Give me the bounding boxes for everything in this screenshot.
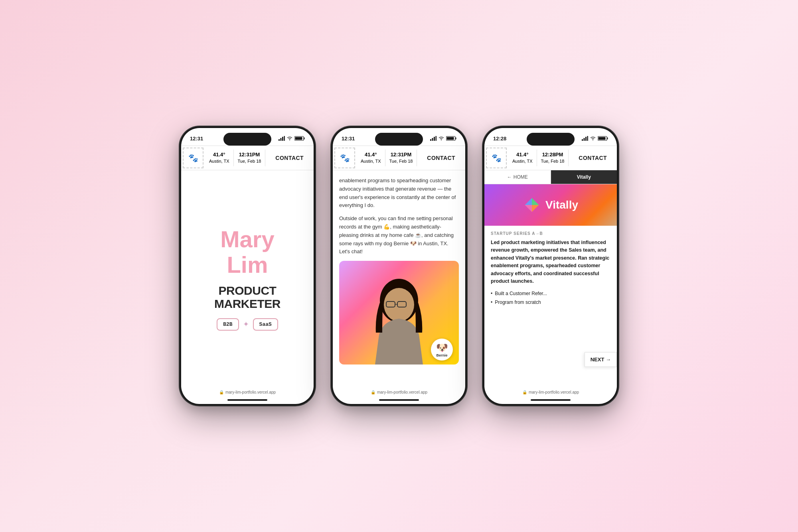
svg-rect-8: [430, 139, 431, 141]
signal-icon-3: [582, 136, 588, 141]
svg-rect-7: [295, 137, 302, 140]
bernie-label: Bernie: [436, 353, 447, 357]
next-label: NEXT →: [591, 357, 611, 363]
wifi-icon-2: [438, 136, 444, 141]
svg-rect-3: [284, 136, 285, 141]
svg-rect-0: [279, 139, 280, 141]
signal-icon-2: [430, 136, 437, 141]
svg-marker-29: [532, 198, 539, 205]
header-stamp-3: 🐾: [486, 148, 507, 168]
header-location-3: 41.4° Austin, TX: [508, 150, 537, 166]
phone2-content: enablement programs to spearheading cust…: [333, 170, 465, 387]
svg-marker-30: [525, 198, 532, 205]
tab-home[interactable]: ← HOME: [484, 170, 551, 184]
url-bar-3: 🔒 mary-lim-portfolio.vercel.app: [522, 390, 579, 394]
hero-role-line2: MARKETER: [214, 297, 280, 310]
header-city-3: Austin, TX: [512, 158, 533, 164]
vitally-logo-icon: [523, 196, 541, 214]
url-bar-1: 🔒 mary-lim-portfolio.vercel.app: [219, 390, 276, 394]
header-city-1: Austin, TX: [209, 158, 229, 164]
home-tab-label: HOME: [514, 174, 528, 180]
svg-rect-22: [584, 138, 585, 141]
next-button[interactable]: NEXT →: [585, 352, 617, 367]
work-description: Led product marketing initiatives that i…: [491, 239, 610, 285]
vitally-tab-label: Vitally: [577, 174, 591, 180]
svg-rect-24: [587, 136, 589, 141]
svg-marker-32: [532, 205, 539, 212]
hero-name-line1: Mary: [220, 226, 274, 252]
work-screen: ← HOME Vitally: [484, 170, 617, 387]
svg-rect-6: [304, 138, 305, 140]
tag-b2b: B2B: [217, 318, 239, 331]
vitally-company-name: Vitally: [545, 199, 578, 211]
status-icons-1: [279, 136, 305, 141]
phone2-bottom: 🔒 mary-lim-portfolio.vercel.app: [333, 387, 465, 399]
header-stamp-1: 🐾: [183, 148, 203, 168]
about-para1: enablement programs to spearheading cust…: [339, 177, 459, 210]
url-text-3: mary-lim-portfolio.vercel.app: [529, 390, 579, 394]
svg-rect-27: [607, 138, 608, 140]
hero-name: Mary Lim: [220, 227, 274, 278]
tag-star: ✦: [243, 320, 249, 329]
header-contact-btn-2[interactable]: CONTACT: [417, 155, 465, 161]
tab-vitally[interactable]: Vitally: [551, 170, 617, 184]
header-stamp-2: 🐾: [334, 148, 355, 168]
wifi-icon-1: [286, 136, 293, 141]
header-temp-2: 41.4°: [365, 151, 377, 158]
header-bar-1: 🐾 41.4° Austin, TX 12:31PM Tue, Feb 18 C…: [181, 146, 314, 170]
nav-tabs: ← HOME Vitally: [484, 170, 617, 184]
status-time-2: 12:31: [342, 136, 355, 142]
phone-3: 12:28: [483, 126, 618, 406]
dynamic-island-3: [527, 133, 575, 146]
lock-icon-1: 🔒: [219, 390, 224, 394]
hero-role: PRODUCT MARKETER: [214, 284, 280, 310]
hero-role-line1: PRODUCT: [214, 284, 280, 297]
about-screen: enablement programs to spearheading cust…: [333, 170, 465, 387]
url-text-1: mary-lim-portfolio.vercel.app: [225, 390, 276, 394]
dog-emoji: 🐶: [436, 342, 448, 353]
svg-point-17: [384, 288, 414, 321]
phone-2: 12:31: [331, 126, 467, 406]
header-bar-2: 🐾 41.4° Austin, TX 12:31PM Tue, Feb 18 C…: [333, 146, 465, 170]
home-indicator-3: [531, 399, 571, 401]
bernie-sticker: 🐶 Bernie: [431, 339, 453, 361]
work-details: STARTUP SERIES A→B Led product marketing…: [484, 226, 617, 387]
home-indicator-2: [379, 399, 419, 401]
header-date-3: Tue, Feb 18: [541, 158, 565, 164]
header-temp-1: 41.4°: [213, 151, 225, 158]
bullet-item-2: Program from scratch: [491, 299, 610, 306]
header-date-1: Tue, Feb 18: [238, 158, 261, 164]
battery-icon-1: [294, 136, 305, 141]
hero-name-line2: Lim: [227, 252, 268, 278]
svg-marker-31: [525, 205, 532, 212]
svg-point-25: [593, 139, 593, 140]
status-time-1: 12:31: [190, 136, 203, 142]
header-location-1: 41.4° Austin, TX: [205, 150, 234, 166]
phones-container: 12:31: [180, 126, 618, 406]
phone1-content: Mary Lim PRODUCT MARKETER B2B ✦ SaaS: [181, 170, 314, 387]
phone3-content: ← HOME Vitally: [484, 170, 617, 387]
header-datetime-3: 12:28PM Tue, Feb 18: [537, 150, 569, 166]
bullet-text-1: Built a Customer Refer...: [495, 290, 547, 297]
tags-row: B2B ✦ SaaS: [217, 318, 278, 331]
header-datetime-2: 12:31PM Tue, Feb 18: [385, 150, 417, 166]
header-contact-btn-1[interactable]: CONTACT: [265, 155, 314, 161]
svg-rect-15: [447, 137, 454, 140]
status-icons-2: [430, 136, 456, 141]
header-time-2: 12:31PM: [391, 151, 412, 158]
lock-icon-3: 🔒: [522, 390, 527, 394]
header-time-3: 12:28PM: [542, 151, 563, 158]
bullet-text-2: Program from scratch: [495, 299, 541, 306]
svg-rect-2: [282, 137, 283, 141]
svg-rect-28: [598, 137, 606, 140]
header-contact-btn-3[interactable]: CONTACT: [569, 155, 617, 161]
profile-photo: 🐶 Bernie: [339, 261, 459, 365]
phone-1: 12:31: [180, 126, 315, 406]
home-screen: Mary Lim PRODUCT MARKETER B2B ✦ SaaS: [181, 170, 314, 387]
url-bar-2: 🔒 mary-lim-portfolio.vercel.app: [371, 390, 427, 394]
header-date-2: Tue, Feb 18: [389, 158, 413, 164]
series-label: STARTUP SERIES A→B: [491, 231, 610, 236]
svg-rect-10: [434, 137, 435, 141]
back-arrow-icon: ←: [507, 174, 512, 180]
header-location-2: 41.4° Austin, TX: [357, 150, 385, 166]
